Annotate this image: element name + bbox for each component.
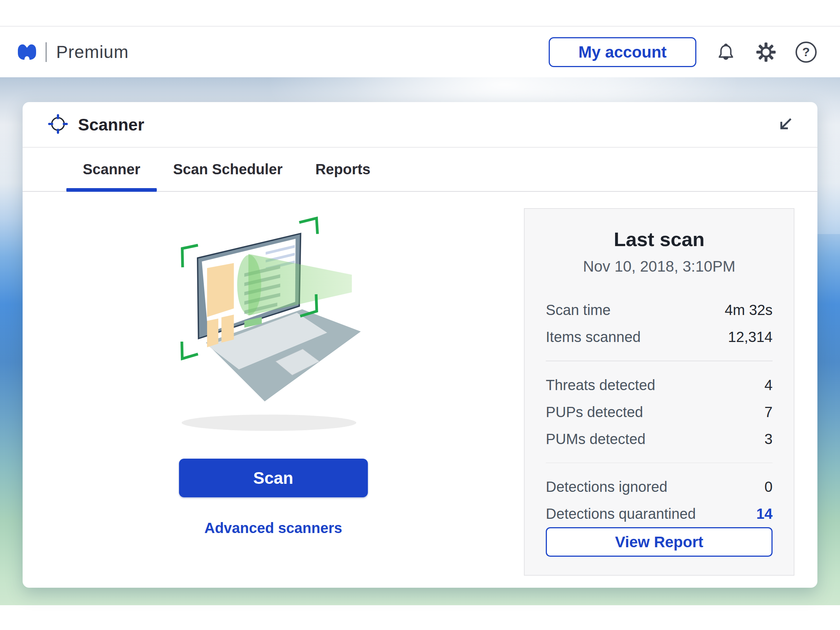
view-report-button[interactable]: View Report <box>546 527 772 557</box>
stat-label: Threats detected <box>546 371 655 398</box>
window-top-margin <box>0 0 840 27</box>
stat-value: 0 <box>764 473 772 500</box>
stat-row-pups: PUPs detected 7 <box>546 398 772 425</box>
scanner-card: Scanner Scanner Scan Scheduler Reports <box>23 102 817 588</box>
scan-column: Scan Advanced scanners <box>23 192 524 587</box>
tab-scan-scheduler[interactable]: Scan Scheduler <box>157 148 299 191</box>
crosshair-icon <box>47 114 68 136</box>
stat-label: Scan time <box>546 297 611 324</box>
card-header: Scanner <box>23 102 817 148</box>
stat-value: 4 <box>764 371 772 398</box>
brand: Premium <box>17 42 129 62</box>
my-account-button[interactable]: My account <box>549 37 696 67</box>
stat-label: PUPs detected <box>546 398 643 425</box>
collapse-arrow-icon[interactable] <box>774 114 796 135</box>
panel-divider <box>546 361 772 361</box>
stat-row-quarantined: Detections quarantined 14 <box>546 500 772 527</box>
last-scan-title: Last scan <box>546 228 772 251</box>
stat-value: 4m 32s <box>725 297 772 324</box>
stat-row-pums: PUMs detected 3 <box>546 425 772 452</box>
stat-row-scan-time: Scan time 4m 32s <box>546 297 772 324</box>
product-name: Premium <box>56 42 129 62</box>
app-window: Premium My account <box>0 0 840 630</box>
stat-label: PUMs detected <box>546 425 645 452</box>
window-bottom-margin <box>0 605 840 630</box>
stat-value-quarantined: 14 <box>756 500 773 527</box>
app-header: Premium My account <box>0 27 840 77</box>
tab-reports[interactable]: Reports <box>299 148 387 191</box>
scanner-content: Scan Advanced scanners Last scan Nov 10,… <box>23 192 817 587</box>
stat-label: Items scanned <box>546 324 641 351</box>
last-scan-panel: Last scan Nov 10, 2018, 3:10PM Scan time… <box>524 208 794 576</box>
tab-scanner[interactable]: Scanner <box>66 148 157 191</box>
malwarebytes-logo-icon <box>17 42 37 62</box>
stat-label: Detections ignored <box>546 473 668 500</box>
stat-value: 12,314 <box>728 324 772 351</box>
stat-row-items-scanned: Items scanned 12,314 <box>546 324 772 351</box>
detections-group: Threats detected 4 PUPs detected 7 PUMs … <box>546 371 772 452</box>
gear-icon[interactable] <box>755 41 777 63</box>
panel-divider <box>546 463 772 463</box>
logo-divider <box>46 42 47 62</box>
scan-button[interactable]: Scan <box>179 459 368 497</box>
header-actions: My account <box>549 37 817 67</box>
bell-icon[interactable] <box>715 41 736 63</box>
laptop-scan-illustration <box>160 212 387 453</box>
resolution-group: Detections ignored 0 Detections quaranti… <box>546 473 772 527</box>
page-title: Scanner <box>78 115 144 134</box>
stat-value: 3 <box>764 425 772 452</box>
help-icon[interactable]: ? <box>796 41 817 63</box>
scan-summary-group: Scan time 4m 32s Items scanned 12,314 <box>546 297 772 351</box>
stat-value: 7 <box>764 398 772 425</box>
advanced-scanners-link[interactable]: Advanced scanners <box>205 520 343 536</box>
background-landscape: Scanner Scanner Scan Scheduler Reports <box>0 77 840 605</box>
stat-row-threats: Threats detected 4 <box>546 371 772 398</box>
stat-label: Detections quarantined <box>546 500 696 527</box>
stat-row-ignored: Detections ignored 0 <box>546 473 772 500</box>
last-scan-date: Nov 10, 2018, 3:10PM <box>546 258 772 275</box>
tab-bar: Scanner Scan Scheduler Reports <box>23 148 817 192</box>
